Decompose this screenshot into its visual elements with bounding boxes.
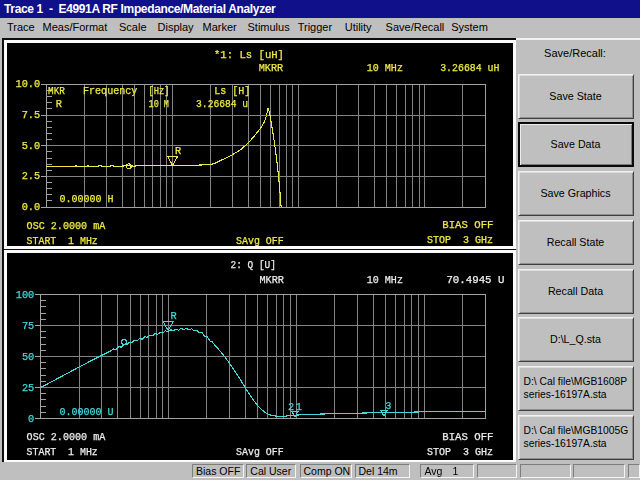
svg-text:10.0: 10.0 — [15, 78, 40, 90]
svg-text:1: 1 — [296, 401, 302, 413]
svg-text:3.26684 uH: 3.26684 uH — [440, 62, 499, 74]
svg-text:[Hz]: [Hz] — [149, 85, 170, 97]
svg-text:50: 50 — [22, 351, 34, 363]
svg-text:MKRR: MKRR — [259, 62, 284, 74]
svg-text:100: 100 — [16, 289, 35, 301]
svg-text:10 MHz: 10 MHz — [367, 274, 403, 286]
svg-text:MKRR: MKRR — [260, 274, 285, 286]
svg-text:BIAS OFF: BIAS OFF — [442, 219, 493, 231]
svg-text:0.00000 H: 0.00000 H — [60, 193, 114, 205]
svg-text:SAvg OFF: SAvg OFF — [236, 446, 284, 458]
svg-text:START 1 MHz: START 1 MHz — [27, 235, 98, 246]
svg-text:0: 0 — [28, 413, 34, 425]
svg-text:SAvg OFF: SAvg OFF — [236, 235, 284, 246]
svg-text:3: 3 — [385, 400, 391, 412]
svg-text:R: R — [175, 145, 181, 157]
svg-text:3.26684 u: 3.26684 u — [196, 98, 248, 110]
svg-text:R: R — [171, 310, 177, 322]
svg-text:R: R — [56, 98, 62, 110]
svg-text:7.5: 7.5 — [22, 109, 41, 121]
svg-text:10 MHz: 10 MHz — [367, 62, 403, 74]
svg-text:0.00000 U: 0.00000 U — [60, 406, 114, 418]
svg-text:*1: Ls [uH]: *1: Ls [uH] — [214, 49, 284, 61]
svg-text:10 M: 10 M — [149, 98, 169, 110]
svg-text:START 1 MHz: START 1 MHz — [27, 446, 98, 458]
svg-text:25: 25 — [22, 382, 34, 394]
svg-text:BIAS OFF: BIAS OFF — [442, 431, 493, 443]
svg-text:OSC 2.0000 mA: OSC 2.0000 mA — [27, 431, 106, 443]
svg-text:STOP 3 GHz: STOP 3 GHz — [427, 446, 493, 458]
svg-text:70.4945 U: 70.4945 U — [446, 274, 504, 286]
svg-text:0.0: 0.0 — [22, 201, 41, 213]
svg-text:STOP 3 GHz: STOP 3 GHz — [427, 234, 493, 246]
svg-text:5.0: 5.0 — [22, 140, 41, 152]
svg-text:2: 2 — [288, 401, 294, 413]
svg-text:OSC 2.0000 mA: OSC 2.0000 mA — [27, 220, 106, 232]
svg-text:Frequency: Frequency — [83, 85, 137, 97]
svg-text:75: 75 — [22, 320, 34, 332]
svg-text:2: Q [U]: 2: Q [U] — [231, 259, 277, 271]
svg-text:MKR: MKR — [48, 85, 65, 97]
svg-text:2.5: 2.5 — [22, 170, 41, 182]
svg-text:Ls [H]: Ls [H] — [214, 85, 250, 97]
